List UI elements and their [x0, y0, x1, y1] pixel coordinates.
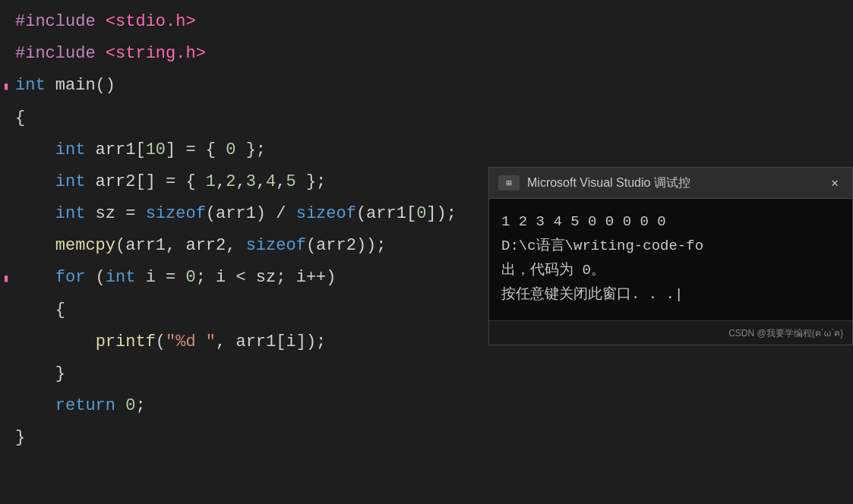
code-token: "%d "	[166, 332, 216, 351]
code-token: #	[15, 12, 25, 31]
code-token: ; i < sz; i++)	[196, 268, 336, 287]
line-content: int main()	[15, 70, 853, 102]
code-token: ,	[216, 172, 226, 191]
code-token: sizeof	[246, 236, 306, 255]
code-token: {	[15, 109, 25, 128]
code-token: 10	[146, 140, 166, 159]
code-line-2: ▮int main()	[0, 70, 853, 102]
console-line-2: 出，代码为 0。	[501, 258, 840, 282]
code-token: {	[15, 301, 65, 320]
code-token: int	[55, 204, 86, 223]
code-token: 0	[185, 268, 195, 287]
code-line-0: #include <stdio.h>	[0, 6, 853, 38]
code-token: return	[55, 396, 115, 415]
code-token	[96, 12, 106, 31]
code-token: 0	[416, 204, 426, 223]
code-token: 4	[266, 172, 276, 191]
code-token	[115, 396, 125, 415]
code-token: ,	[235, 172, 245, 191]
code-token: memcpy	[55, 236, 115, 255]
console-body: 1 2 3 4 5 0 0 0 0 0D:\c语言\writing-code-f…	[489, 199, 852, 320]
code-token: 2	[226, 172, 235, 191]
code-token: (arr2));	[306, 236, 387, 255]
line-content: {	[15, 102, 853, 134]
code-token: ;	[135, 396, 145, 415]
line-content: int arr1[10] = { 0 };	[15, 134, 853, 166]
code-token: (arr1, arr2,	[115, 236, 246, 255]
code-token	[15, 140, 55, 159]
code-token: sizeof	[296, 204, 356, 223]
console-app-icon: ⊞	[498, 175, 520, 191]
code-line-4: int arr1[10] = { 0 };	[0, 134, 853, 166]
code-token: string.h	[115, 44, 196, 63]
console-line-1: D:\c语言\writing-code-fo	[501, 234, 840, 258]
code-line-13: }	[0, 422, 853, 454]
code-token	[96, 44, 106, 63]
console-footer: CSDN @我要学编程(ฅ´ω`ฅ)	[489, 320, 852, 345]
line-content: }	[15, 422, 853, 454]
code-token: (arr1) /	[206, 204, 296, 223]
code-token: int	[15, 76, 46, 95]
code-token: ,	[276, 172, 286, 191]
code-token: 1	[206, 172, 216, 191]
code-token: int	[55, 172, 86, 191]
code-token: arr1[	[85, 140, 145, 159]
code-token: <	[106, 44, 115, 63]
console-close-button[interactable]: ✕	[826, 174, 843, 192]
code-token: };	[296, 172, 327, 191]
line-content: #include <stdio.h>	[15, 6, 853, 38]
code-token: ] = {	[166, 140, 226, 159]
code-token: main()	[46, 76, 115, 95]
code-line-1: #include <string.h>	[0, 38, 853, 70]
code-line-3: {	[0, 102, 853, 134]
code-token: sz =	[85, 204, 145, 223]
code-token: include	[25, 44, 95, 63]
code-token: printf	[96, 332, 156, 351]
line-indicator: ▮	[3, 71, 14, 102]
code-token: 0	[125, 396, 135, 415]
code-token: }	[15, 428, 25, 447]
code-token: i =	[135, 268, 185, 287]
console-line-3: 按任意键关闭此窗口. . .|	[501, 282, 840, 307]
code-token: (	[85, 268, 105, 287]
code-token	[15, 396, 55, 415]
code-token: int	[55, 140, 86, 159]
code-token: (	[156, 332, 166, 351]
code-token: sizeof	[146, 204, 206, 223]
code-token: for	[55, 268, 86, 287]
line-content: return 0;	[15, 390, 853, 422]
code-token: <	[106, 12, 115, 31]
code-token	[15, 268, 55, 287]
code-token: (arr1[	[356, 204, 416, 223]
console-title: Microsoft Visual Studio 调试控	[527, 175, 819, 191]
code-token	[15, 172, 55, 191]
code-token: #	[15, 44, 25, 63]
line-content: #include <string.h>	[15, 38, 853, 70]
code-token: ]);	[426, 204, 457, 223]
console-window: ⊞ Microsoft Visual Studio 调试控 ✕ 1 2 3 4 …	[488, 167, 853, 345]
code-token	[15, 204, 55, 223]
code-token: , arr1[i]);	[216, 332, 326, 351]
code-token: arr2[] = {	[85, 172, 205, 191]
code-token: include	[25, 12, 95, 31]
console-titlebar: ⊞ Microsoft Visual Studio 调试控 ✕	[489, 168, 852, 199]
code-token: ,	[256, 172, 266, 191]
code-line-11: }	[0, 358, 853, 390]
code-token: >	[185, 12, 195, 31]
code-token	[15, 236, 55, 255]
code-token: 3	[246, 172, 256, 191]
code-token: stdio.h	[115, 12, 185, 31]
line-indicator: ▮	[3, 263, 14, 295]
code-token: 0	[226, 140, 235, 159]
console-line-0: 1 2 3 4 5 0 0 0 0 0	[501, 209, 840, 234]
code-token: 5	[286, 172, 295, 191]
code-token: >	[196, 44, 206, 63]
code-line-12: return 0;	[0, 390, 853, 422]
code-token: }	[15, 364, 65, 383]
code-token: };	[235, 140, 266, 159]
code-token	[15, 332, 96, 351]
code-token: int	[106, 268, 136, 287]
line-content: }	[15, 358, 853, 390]
